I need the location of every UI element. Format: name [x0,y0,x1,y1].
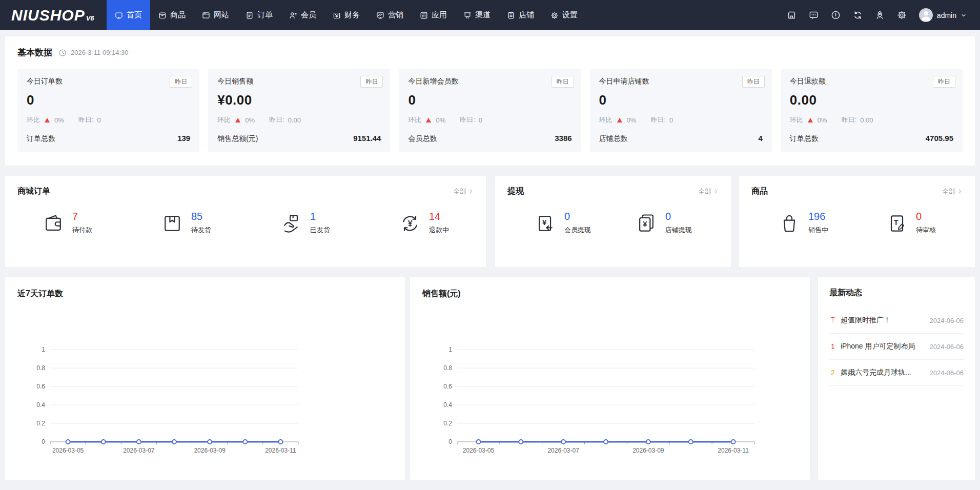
top-nav: NIUSHOP V6 首页 商品 网站 订单 会员 财务 营销 [0,0,980,30]
svg-text:0.6: 0.6 [36,383,45,390]
nav-item-marketing[interactable]: 营销 [368,0,412,30]
withdraw-stat-member[interactable]: ¥ 0 会员提现 [534,211,591,235]
total-label: 会员总数 [408,134,437,144]
svg-text:0.4: 0.4 [443,401,452,409]
news-rank: 1 [829,342,836,351]
card-title: 今日订单数 [27,77,190,86]
up-triangle-icon [45,118,50,122]
yesterday-badge[interactable]: 昨日 [360,76,383,88]
nav-item-finance[interactable]: 财务 [324,0,368,30]
card-total-row: 店铺总数 4 [599,134,763,144]
yesterday-badge[interactable]: 昨日 [552,76,574,88]
nav-item-settings[interactable]: 设置 [542,0,586,30]
yesterday-badge[interactable]: 昨日 [742,76,765,88]
all-withdraw-link[interactable]: 全部 [698,187,719,196]
card-total-row: 销售总额(元) 9151.44 [217,134,381,144]
card-title: 今日新增会员数 [408,77,571,86]
ratio-value: 0% [436,116,445,124]
panel-title: 商城订单 [17,186,50,197]
order-stat-to-ship[interactable]: 85 待发货 [161,211,211,235]
svg-text:0.6: 0.6 [443,383,452,390]
yesterday-label: 昨日: [842,115,857,125]
card-ratio-row: 环比 0% 昨日: 0 [27,115,190,125]
nav-item-apps[interactable]: 应用 [412,0,455,30]
refresh-icon[interactable] [853,10,863,20]
pin-top-icon: ↑ [829,316,836,324]
ratio-value: 0% [54,116,64,124]
svg-text:2026-03-11: 2026-03-11 [265,447,296,454]
panel-title: 商品 [751,186,768,197]
nav-item-shops[interactable]: 店铺 [499,0,542,30]
info-icon[interactable] [831,10,841,20]
yesterday-label: 昨日: [269,115,284,125]
goods-stat-pending-review[interactable]: T 0 待审核 [886,211,936,235]
all-orders-link[interactable]: 全部 [453,187,474,196]
clock-icon [58,49,67,57]
news-item[interactable]: ↑ 超值限时推广！ 2024-06-06 [829,308,964,334]
order-stat-shipped[interactable]: 1 已发货 [280,211,330,235]
svg-text:0.4: 0.4 [36,401,45,409]
ratio-value: 0% [818,116,827,124]
nav-item-goods[interactable]: 商品 [150,0,194,30]
nav-item-website[interactable]: 网站 [194,0,237,30]
goods-panel: 商品 全部 196 销售中 T 0 [739,176,975,267]
svg-text:1: 1 [42,346,45,353]
svg-text:T: T [894,218,899,227]
stat-value: 0 [916,211,936,221]
stat-card-new-members: 今日新增会员数 昨日 0 环比 0% 昨日: 0 会员总数 3386 [399,69,581,152]
order-stat-pending-payment[interactable]: 7 待付款 [42,211,92,235]
svg-text:2026-03-07: 2026-03-07 [547,447,579,454]
chevron-right-icon [713,189,719,194]
nav-item-label: 订单 [257,10,273,20]
svg-text:0: 0 [448,438,452,445]
card-value: 0.00 [790,92,953,108]
nav-item-channels[interactable]: 渠道 [455,0,499,30]
logo-text: NIUSHOP [11,7,85,24]
stat-card-today-refunds: 今日退款额 昨日 0.00 环比 0% 昨日: 0.00 订单总数 4705.9… [781,69,963,152]
gear-icon[interactable] [897,10,907,20]
stat-label: 待付款 [72,226,92,235]
logo-version: V6 [86,14,94,22]
message-icon[interactable] [809,10,819,20]
news-text: iPhone 用户可定制布局 [841,342,926,351]
withdraw-stat-shop[interactable]: ¥ 0 店铺提现 [635,211,692,235]
news-list: ↑ 超值限时推广！ 2024-06-06 1 iPhone 用户可定制布局 20… [829,308,964,386]
ratio-value: 0% [245,116,255,124]
news-item[interactable]: 1 iPhone 用户可定制布局 2024-06-06 [829,334,964,360]
all-goods-link[interactable]: 全部 [942,187,963,196]
dashboard-content: 基本数据 2026-3-11 09:14:30 今日订单数 昨日 0 环比 0%… [0,30,980,480]
chart-title: 销售额(元) [422,289,461,298]
stat-card-shop-applications: 今日申请店铺数 昨日 0 环比 0% 昨日: 0 店铺总数 4 [590,69,772,152]
user-menu[interactable]: admin [919,8,967,22]
shopping-bag-icon [778,212,801,235]
yesterday-value: 0 [479,116,482,124]
nav-item-home[interactable]: 首页 [107,0,150,30]
storefront-icon[interactable] [787,10,797,20]
basic-data-panel: 基本数据 2026-3-11 09:14:30 今日订单数 昨日 0 环比 0%… [5,36,975,166]
ratio-value: 0% [627,116,637,124]
yesterday-label: 昨日: [78,115,94,125]
rocket-icon[interactable] [875,10,885,20]
card-title: 今日销售额 [217,77,381,86]
nav-item-orders[interactable]: 订单 [237,0,281,30]
nav-item-label: 首页 [127,10,142,20]
total-value: 3386 [555,134,571,142]
svg-text:0.2: 0.2 [443,420,452,427]
card-value: 0 [599,92,763,108]
news-date: 2024-06-06 [930,317,964,324]
news-item[interactable]: 2 嫦娥六号完成月球轨... 2024-06-06 [829,360,964,386]
nav-item-members[interactable]: 会员 [281,0,324,30]
card-ratio-row: 环比 0% 昨日: 0 [599,115,763,125]
logo[interactable]: NIUSHOP V6 [0,0,107,30]
card-total-row: 订单总数 139 [27,134,190,144]
up-triangle-icon [426,118,431,122]
yesterday-badge[interactable]: 昨日 [933,76,955,88]
ratio-label: 环比 [790,115,803,125]
up-triangle-icon [808,118,813,122]
order-stat-refunding[interactable]: ¥ 14 退款中 [399,211,449,235]
ratio-label: 环比 [217,115,231,125]
card-ratio-row: 环比 0% 昨日: 0.00 [790,115,953,125]
goods-stat-on-sale[interactable]: 196 销售中 [778,211,828,235]
yesterday-badge[interactable]: 昨日 [170,76,192,88]
stat-label: 待审核 [916,226,936,235]
